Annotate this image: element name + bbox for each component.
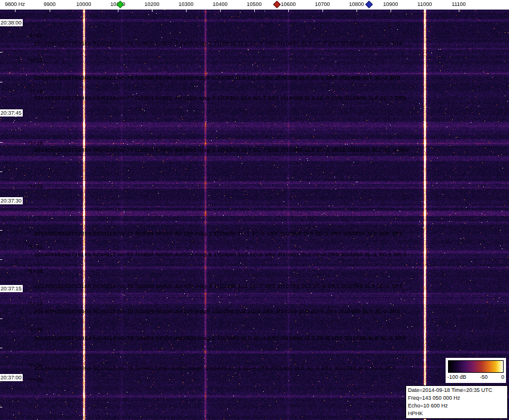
time-tick-label: 20:38:00 (0, 19, 23, 26)
freq-tick-label: 10300 (178, 1, 193, 8)
time-tick-label: 20:37:15 (0, 285, 23, 292)
freq-tick-label: 10800 (349, 1, 364, 8)
info-date-time: Date=2014-09-18 Time=20:35 UTC (408, 387, 505, 394)
freq-tick-label: 11100 (452, 1, 466, 8)
red-diamond-icon (273, 1, 281, 8)
echo-data-line: 20140918203722368 hCnt218 nb-77 f10699 h… (34, 231, 403, 237)
freq-tick-label: 10700 (315, 1, 330, 8)
db-scale-labels: -100 dB -50 0 (447, 374, 504, 381)
freq-tick-label: 10000 (76, 1, 91, 8)
info-box: Date=2014-09-18 Time=20:35 UTC Freq=143 … (406, 385, 508, 419)
freq-tick-label: 10600 (281, 1, 295, 8)
db-gradient-bar (448, 360, 504, 373)
freq-tick-label: 10900 (383, 1, 398, 8)
annotations: ^t+5720140918203753568 hCnt222 nb-78 f10… (0, 0, 509, 420)
db-max-label: 0 (501, 374, 504, 381)
freq-tick-label: 9800 Hz (5, 1, 25, 8)
echo-data-line: 20140918203748368 hCnt221 nb-79 f10700 h… (34, 75, 400, 81)
freq-tick-label: 10400 (212, 1, 227, 8)
db-mid-label: -50 (480, 374, 487, 381)
echo-data-line: 20140918203732464 hCnt219 nb-77 f10301 h… (34, 147, 409, 153)
freq-tick-label: 10200 (144, 1, 159, 8)
freq-tick-label: 9900 (44, 1, 56, 8)
echo-data-line: 20140918203718168 hCnt217 nb-77 f10650 h… (34, 252, 407, 257)
time-tick-label: 20:37:00 (0, 374, 23, 381)
info-station-id: HPHK (408, 410, 505, 418)
db-color-scale: -100 dB -50 0 (446, 358, 506, 383)
freq-tick-label: 11000 (417, 1, 432, 8)
echo-data-line: 20140918203753568 hCnt222 nb-78 f10800 h… (34, 41, 403, 47)
info-echo-frequency: Echo=10 600 Hz (408, 402, 505, 410)
time-axis: 20:38:0020:37:4520:37:3020:37:1520:37:00 (0, 0, 36, 420)
echo-data-line: 20140918203700068 hCnt213 nb-78 f10400 h… (34, 365, 396, 371)
echo-data-line: 20140918203702464 hCnt214 nb-78 f10800 h… (34, 335, 406, 341)
echo-data-line: 20140918203739464 hCnt220 nb-77 f10301 h… (34, 95, 406, 101)
echo-data-line: 20140918203708568 hCnt215 nb-78 f10399 h… (34, 308, 400, 314)
freq-tick-label: 10500 (246, 1, 261, 8)
spectrogram-window: 9800 Hz990010000101001020010300104001050… (0, 0, 509, 420)
blue-diamond-icon (365, 1, 373, 8)
info-frequency: Freq=143 050 000 Hz (408, 394, 505, 402)
time-tick-label: 20:37:45 (0, 109, 23, 117)
echo-data-line: 20140918203713168 hCnt216 nb-78 f10800 h… (34, 283, 403, 289)
db-min-label: -100 dB (447, 374, 467, 381)
time-tick-label: 20:37:30 (0, 197, 23, 204)
frequency-ruler: 9800 Hz990010000101001020010300104001050… (0, 0, 509, 10)
